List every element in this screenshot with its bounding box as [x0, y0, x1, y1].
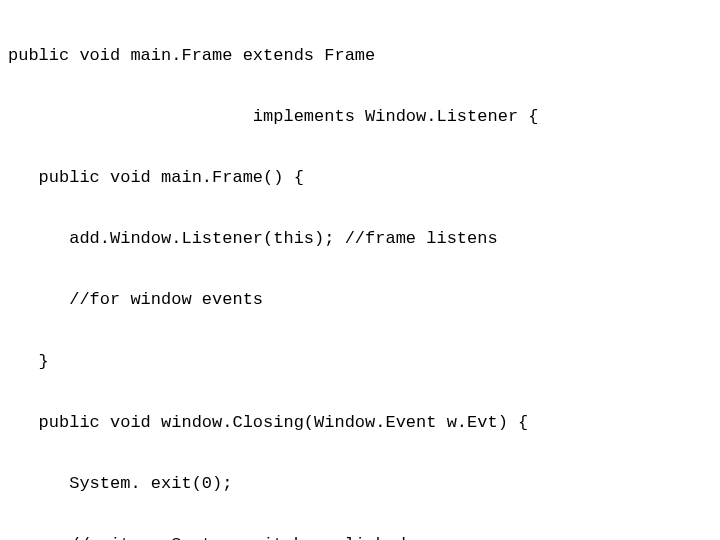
code-line: System. exit(0);: [8, 469, 712, 500]
code-line: //for window events: [8, 285, 712, 316]
code-line: //exit on System exit box clicked: [8, 530, 712, 540]
code-line: add.Window.Listener(this); //frame liste…: [8, 224, 712, 255]
code-line: }: [8, 347, 712, 378]
code-line: public void main.Frame extends Frame: [8, 41, 712, 72]
code-line: public void main.Frame() {: [8, 163, 712, 194]
code-line: implements Window.Listener {: [8, 102, 712, 133]
code-line: public void window.Closing(Window.Event …: [8, 408, 712, 439]
code-listing: public void main.Frame extends Frame imp…: [8, 10, 712, 540]
